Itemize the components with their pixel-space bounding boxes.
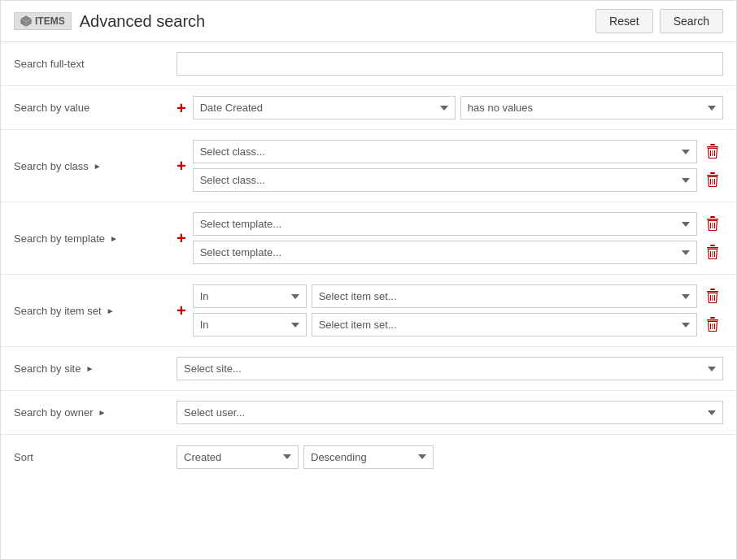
by-template-select-2[interactable]: Select template... [193,241,697,264]
svg-rect-13 [707,219,718,220]
trash-icon-5 [705,289,720,305]
by-item-set-label: Search by item set ► [14,305,177,317]
trash-icon-2 [705,172,720,189]
by-class-controls: Select class... [193,140,723,192]
trash-icon-1 [705,144,720,160]
svg-rect-27 [710,317,715,319]
search-form: Search full-text Search by value + Date … [1,42,736,479]
by-owner-chevron: ► [98,408,107,417]
by-template-delete-button-2[interactable] [702,241,723,264]
svg-rect-28 [707,319,718,321]
page-title: Advanced search [80,12,206,31]
by-template-control-row-2: Select template... [193,241,723,264]
header-actions: Reset Search [595,9,723,33]
by-class-add-button[interactable]: + [177,158,193,174]
trash-icon-3 [705,216,720,232]
items-badge: ITEMS [14,12,72,30]
trash-icon-6 [705,317,720,333]
by-owner-control-row: Select user... [177,401,723,424]
by-site-row: Search by site ► Select site... [1,347,736,391]
svg-rect-8 [707,175,718,176]
full-text-input[interactable] [177,52,723,76]
full-text-controls [177,52,723,76]
by-item-set-row: Search by item set ► + In Not In Select … [1,275,736,347]
by-site-chevron: ► [85,364,94,373]
by-item-set-chevron: ► [107,306,115,315]
items-badge-label: ITEMS [35,15,65,27]
svg-rect-7 [710,172,715,174]
by-value-property-select[interactable]: Date Created [193,96,456,119]
by-value-add-button[interactable]: + [177,100,193,116]
by-class-select-1[interactable]: Select class... [193,140,697,163]
by-class-row: Search by class ► + Select class... [1,130,736,202]
by-value-label: Search by value [14,102,177,114]
sort-row: Sort Created Title ID Resource Class Des… [1,435,736,479]
by-template-add-button[interactable]: + [177,230,193,246]
by-class-delete-button-2[interactable] [702,169,723,192]
by-template-row: Search by template ► + Select template..… [1,202,736,275]
by-value-row: Search by value + Date Created has no va… [1,86,736,130]
svg-rect-2 [710,144,715,145]
cube-icon [20,15,32,27]
by-item-set-qualifier-select-1[interactable]: In Not In [193,284,307,308]
by-site-label: Search by site ► [14,362,177,375]
by-template-label: Search by template ► [14,232,177,245]
sort-field-select[interactable]: Created Title ID Resource Class [177,445,299,469]
by-template-chevron: ► [110,234,118,243]
by-template-delete-button-1[interactable] [702,213,723,236]
by-template-control-row-1: Select template... [193,212,723,236]
sort-control-row: Created Title ID Resource Class Descendi… [177,445,723,469]
by-owner-select[interactable]: Select user... [177,401,723,424]
by-class-delete-button-1[interactable] [702,141,723,163]
by-value-control-row: Date Created has no values has values is… [193,96,723,119]
by-item-set-control-row-2: In Not In Select item set... [193,313,723,336]
by-owner-controls: Select user... [177,401,723,424]
sort-controls: Created Title ID Resource Class Descendi… [177,445,723,469]
by-owner-label: Search by owner ► [14,406,177,419]
by-site-select[interactable]: Select site... [177,357,723,380]
sort-direction-select[interactable]: Descending Ascending [303,445,434,469]
by-item-set-controls: In Not In Select item set... [193,284,723,336]
by-owner-row: Search by owner ► Select user... [1,391,736,435]
by-item-set-delete-button-1[interactable] [702,285,723,308]
svg-rect-22 [710,289,715,290]
by-item-set-add-button[interactable]: + [177,302,193,319]
sort-label: Sort [14,451,177,463]
header: ITEMS Advanced search Reset Search [1,1,736,42]
reset-button[interactable]: Reset [595,9,653,33]
trash-icon-4 [705,245,720,261]
by-item-set-qualifier-select-2[interactable]: In Not In [193,313,307,336]
svg-rect-3 [707,146,718,148]
by-class-control-row-2: Select class... [193,168,723,192]
by-class-chevron: ► [94,162,102,171]
svg-rect-18 [707,247,718,249]
by-class-label: Search by class ► [14,160,177,172]
by-class-control-row-1: Select class... [193,140,723,163]
by-value-controls: Date Created has no values has values is… [193,96,723,119]
by-item-set-select-2[interactable]: Select item set... [312,313,697,336]
page-wrapper: ITEMS Advanced search Reset Search Searc… [0,0,737,560]
by-template-select-1[interactable]: Select template... [193,212,697,236]
by-item-set-select-1[interactable]: Select item set... [312,284,697,308]
full-text-label: Search full-text [14,58,177,70]
svg-rect-12 [710,216,715,218]
by-value-condition-select[interactable]: has no values has values is exactly cont… [460,96,723,119]
by-site-control-row: Select site... [177,357,723,380]
search-button[interactable]: Search [660,9,723,33]
by-template-controls: Select template... [193,212,723,264]
by-class-select-2[interactable]: Select class... [193,168,697,192]
svg-rect-23 [707,291,718,293]
full-text-row: Search full-text [1,42,736,86]
by-item-set-delete-button-2[interactable] [702,314,723,336]
by-site-controls: Select site... [177,357,723,380]
by-item-set-control-row-1: In Not In Select item set... [193,284,723,308]
svg-rect-17 [710,245,715,246]
header-left: ITEMS Advanced search [14,12,205,31]
